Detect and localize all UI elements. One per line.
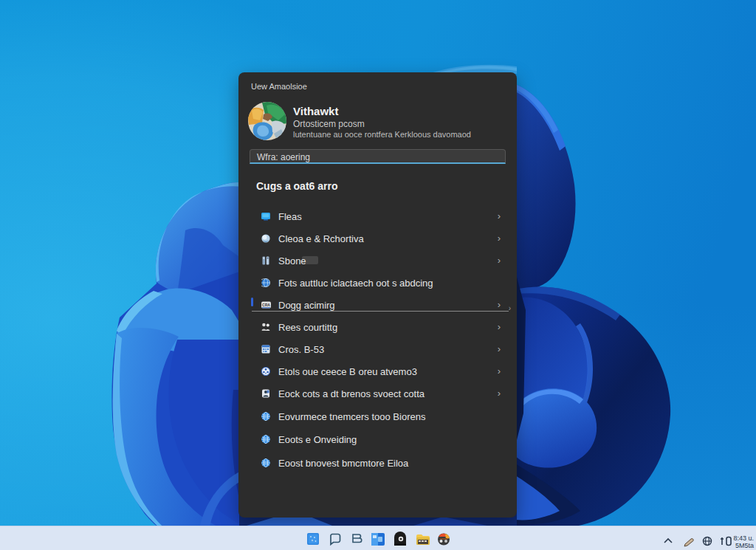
svg-text:CRA: CRA [262, 303, 270, 307]
